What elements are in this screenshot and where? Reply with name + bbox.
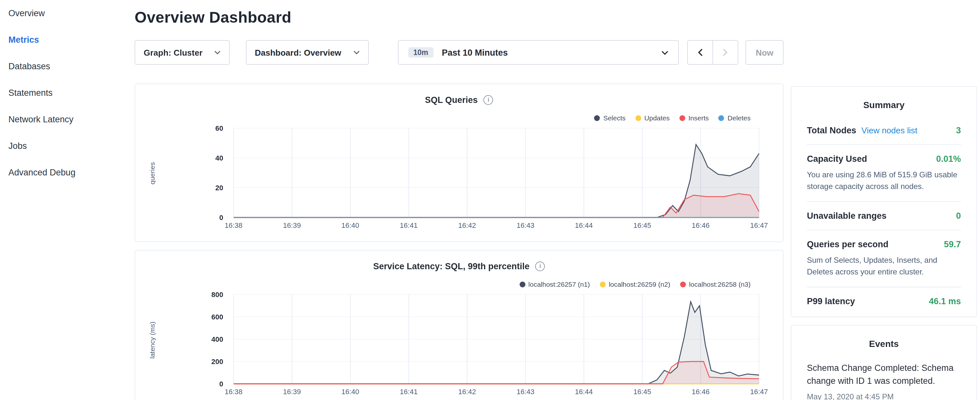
chevron-down-icon (661, 50, 668, 55)
y-axis-label: queries (148, 128, 156, 219)
event-item-text[interactable]: Schema Change Completed: Schema change w… (807, 362, 961, 388)
info-icon[interactable]: i (535, 261, 545, 271)
page-title: Overview Dashboard (135, 8, 784, 27)
events-title: Events (807, 336, 961, 355)
dashboard-controls: Graph: Cluster Dashboard: Overview 10m P… (135, 40, 784, 65)
legend-item[interactable]: localhost:26258 (n3) (680, 280, 751, 288)
x-axis-tick: 16:39 (283, 388, 301, 396)
main-content: Overview Dashboard Graph: Cluster Dashbo… (135, 0, 784, 400)
legend-label: Deletes (728, 114, 751, 122)
y-axis-label: latency (ms) (148, 295, 156, 385)
summary-value: 0 (956, 211, 961, 221)
now-button[interactable]: Now (745, 40, 784, 65)
legend-dot (594, 115, 600, 121)
summary-row-p99-latency: P99 latency 46.1 ms (807, 287, 961, 315)
chevron-down-icon (353, 51, 360, 54)
summary-title: Summary (807, 97, 961, 116)
dashboard-dropdown[interactable]: Dashboard: Overview (246, 40, 369, 65)
x-axis-tick: 16:47 (750, 388, 768, 396)
y-axis-tick: 60 (215, 124, 223, 132)
chart-legend: localhost:26257 (n1)localhost:26259 (n2)… (509, 280, 751, 288)
summary-row-capacity-used: Capacity Used 0.01% You are using 28.6 M… (807, 145, 961, 202)
legend-item[interactable]: Selects (594, 114, 626, 122)
chart-canvas[interactable]: 16:3816:3916:4016:4116:4216:4316:4416:45… (135, 287, 783, 400)
legend-item[interactable]: Inserts (679, 114, 709, 122)
summary-row-unavailable-ranges: Unavailable ranges 0 (807, 202, 961, 230)
y-axis-tick: 800 (211, 291, 223, 299)
summary-value: 0.01% (936, 154, 961, 164)
time-forward-button[interactable] (713, 40, 738, 65)
summary-row-queries-per-second: Queries per second 59.7 Sum of Selects, … (807, 230, 961, 287)
sidebar: Overview Metrics Databases Statements Ne… (0, 0, 135, 400)
summary-row-total-nodes: Total Nodes View nodes list 3 (807, 116, 961, 145)
y-axis-tick: 200 (211, 358, 223, 366)
sidebar-item-metrics[interactable]: Metrics (0, 27, 135, 53)
cockroachdb-admin-ui: Overview Metrics Databases Statements Ne… (0, 0, 980, 400)
sidebar-item-overview[interactable]: Overview (0, 0, 135, 27)
chevron-left-icon (698, 49, 703, 56)
view-nodes-list-link[interactable]: View nodes list (862, 126, 918, 135)
right-sidebar: Summary Total Nodes View nodes list 3 Ca… (791, 86, 977, 400)
legend-dot (600, 281, 605, 287)
graph-scope-label: Graph: Cluster (144, 48, 202, 57)
sidebar-item-advanced-debug[interactable]: Advanced Debug (0, 159, 135, 186)
chart-canvas[interactable]: 16:3816:3916:4016:4116:4216:4316:4416:45… (135, 120, 783, 237)
summary-label: Queries per second (807, 239, 888, 249)
y-axis-tick: 600 (211, 313, 223, 321)
chart-header: SQL Queries i (135, 93, 783, 106)
legend-label: Inserts (689, 114, 709, 122)
x-axis-tick: 16:42 (458, 388, 476, 396)
y-axis-tick: 40 (215, 154, 223, 162)
chart-header: Service Latency: SQL, 99th percentile i (135, 260, 783, 273)
x-axis-tick: 16:44 (575, 388, 593, 396)
legend-label: localhost:26257 (n1) (528, 280, 590, 288)
sidebar-item-databases[interactable]: Databases (0, 53, 135, 80)
sidebar-item-statements[interactable]: Statements (0, 80, 135, 106)
legend-dot (680, 281, 686, 287)
legend-label: localhost:26259 (n2) (609, 280, 670, 288)
chart-title: Service Latency: SQL, 99th percentile (373, 261, 529, 271)
summary-value: 3 (956, 126, 961, 135)
legend-item[interactable]: Updates (635, 114, 670, 122)
summary-label: P99 latency (807, 296, 855, 306)
legend-dot (635, 115, 641, 121)
time-range-label: Past 10 Minutes (442, 48, 655, 57)
time-range-selector[interactable]: 10m Past 10 Minutes (398, 40, 679, 65)
y-axis-tick: 0 (220, 380, 223, 388)
x-axis-tick: 16:39 (283, 222, 301, 229)
chart-legend: SelectsUpdatesInsertsDeletes (585, 114, 751, 122)
summary-label: Unavailable ranges (807, 211, 886, 221)
time-pager (687, 40, 738, 65)
dashboard-dropdown-label: Dashboard: Overview (255, 48, 341, 57)
legend-dot (519, 281, 525, 287)
series-area (234, 362, 759, 384)
x-axis-tick: 16:41 (400, 222, 418, 229)
x-axis-tick: 16:45 (633, 388, 651, 396)
sidebar-item-network-latency[interactable]: Network Latency (0, 106, 135, 133)
summary-card: Summary Total Nodes View nodes list 3 Ca… (791, 86, 977, 317)
y-axis-tick: 400 (211, 335, 223, 343)
y-axis-tick: 20 (215, 184, 223, 192)
legend-item[interactable]: localhost:26259 (n2) (600, 280, 670, 288)
x-axis-tick: 16:46 (692, 222, 710, 229)
chart-panel-service-latency: Service Latency: SQL, 99th percentile i … (135, 250, 784, 400)
chart-panel-sql-queries: SQL Queries i SelectsUpdatesInsertsDelet… (135, 83, 784, 242)
x-axis-tick: 16:47 (750, 222, 768, 229)
summary-value: 59.7 (944, 239, 961, 249)
graph-scope-dropdown[interactable]: Graph: Cluster (135, 40, 230, 65)
legend-item[interactable]: localhost:26257 (n1) (519, 280, 590, 288)
x-axis-tick: 16:44 (575, 222, 593, 229)
events-card: Events Schema Change Completed: Schema c… (791, 325, 977, 400)
chevron-right-icon (723, 49, 728, 56)
summary-description: You are using 28.6 MiB of 515.9 GiB usab… (807, 169, 961, 192)
x-axis-tick: 16:45 (633, 222, 651, 229)
time-back-button[interactable] (687, 40, 713, 65)
legend-item[interactable]: Deletes (719, 114, 751, 122)
chevron-down-icon (214, 51, 221, 54)
x-axis-tick: 16:43 (517, 222, 535, 229)
info-icon[interactable]: i (484, 95, 493, 105)
sidebar-item-jobs[interactable]: Jobs (0, 133, 135, 159)
event-item-timestamp: May 13, 2020 at 4:45 PM (807, 392, 961, 400)
x-axis-tick: 16:43 (517, 388, 535, 396)
legend-dot (679, 115, 685, 121)
